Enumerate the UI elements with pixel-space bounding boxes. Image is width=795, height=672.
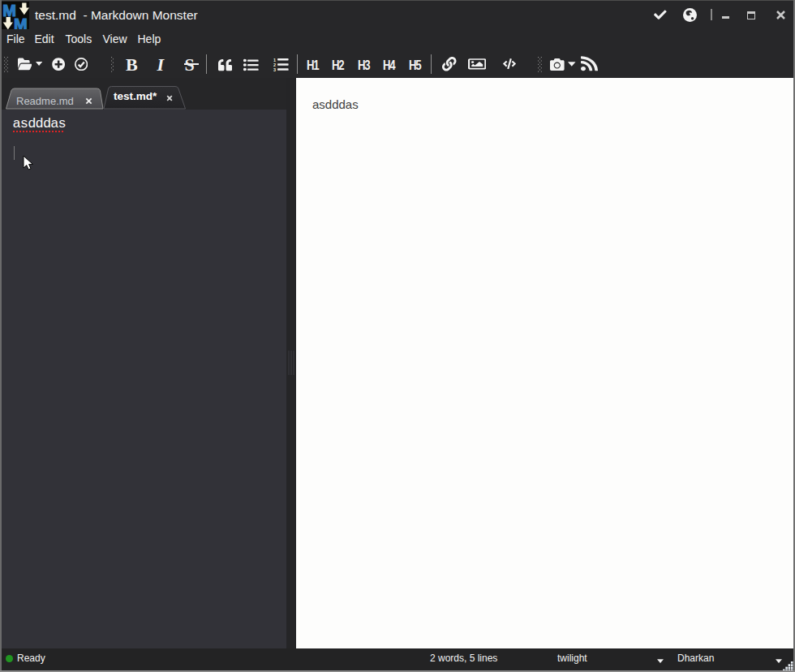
svg-text:M: M — [14, 15, 28, 29]
svg-text:3: 3 — [273, 67, 276, 71]
svg-text:1: 1 — [273, 58, 276, 62]
svg-text:2: 2 — [273, 62, 276, 67]
